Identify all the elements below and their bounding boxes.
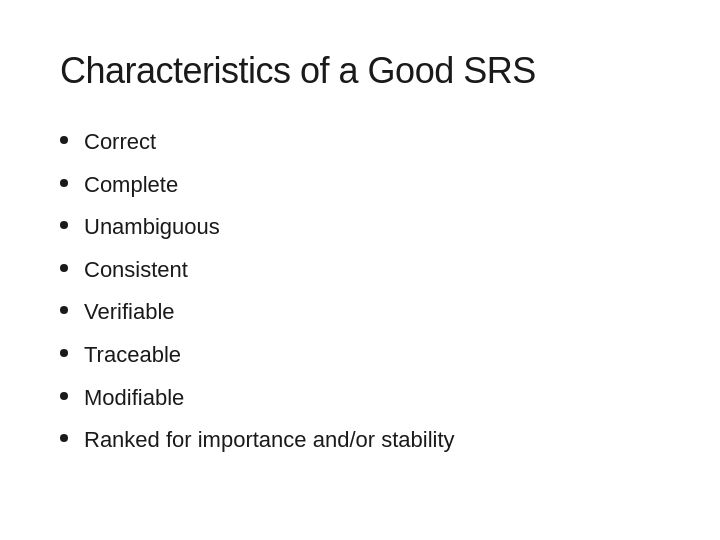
bullet-dot-icon: [60, 349, 68, 357]
bullet-dot-icon: [60, 392, 68, 400]
bullet-text: Modifiable: [84, 384, 184, 413]
bullet-dot-icon: [60, 306, 68, 314]
bullet-dot-icon: [60, 179, 68, 187]
list-item: Complete: [60, 171, 660, 200]
list-item: Consistent: [60, 256, 660, 285]
list-item: Verifiable: [60, 298, 660, 327]
bullet-list: CorrectCompleteUnambiguousConsistentVeri…: [60, 128, 660, 455]
bullet-text: Traceable: [84, 341, 181, 370]
bullet-text: Verifiable: [84, 298, 175, 327]
bullet-dot-icon: [60, 264, 68, 272]
list-item: Correct: [60, 128, 660, 157]
bullet-text: Consistent: [84, 256, 188, 285]
list-item: Ranked for importance and/or stability: [60, 426, 660, 455]
bullet-dot-icon: [60, 136, 68, 144]
bullet-dot-icon: [60, 221, 68, 229]
slide: Characteristics of a Good SRS CorrectCom…: [0, 0, 720, 540]
list-item: Traceable: [60, 341, 660, 370]
bullet-text: Complete: [84, 171, 178, 200]
slide-title: Characteristics of a Good SRS: [60, 50, 660, 92]
bullet-dot-icon: [60, 434, 68, 442]
list-item: Modifiable: [60, 384, 660, 413]
bullet-text: Correct: [84, 128, 156, 157]
list-item: Unambiguous: [60, 213, 660, 242]
bullet-text: Unambiguous: [84, 213, 220, 242]
bullet-text: Ranked for importance and/or stability: [84, 426, 455, 455]
